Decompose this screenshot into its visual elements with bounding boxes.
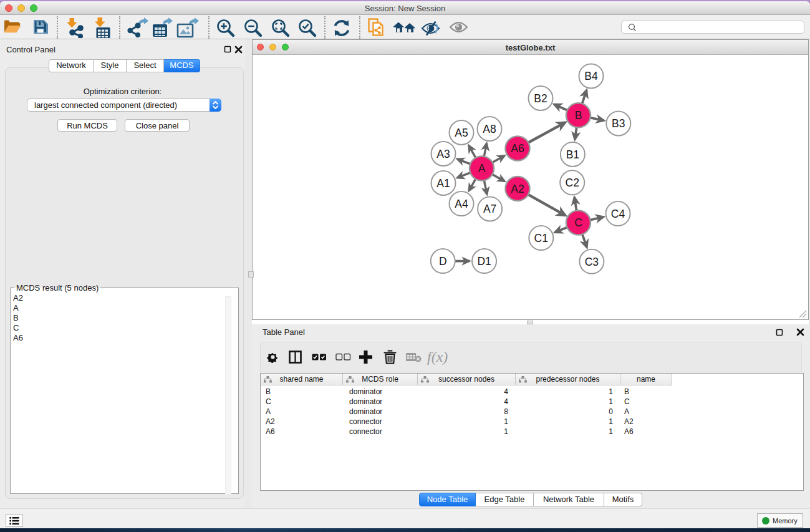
svg-text:A4: A4	[455, 198, 468, 210]
svg-text:A: A	[478, 162, 486, 175]
svg-text:A3: A3	[436, 148, 450, 160]
svg-text:C: C	[574, 216, 582, 229]
svg-text:A2: A2	[511, 183, 524, 195]
svg-text:B: B	[575, 109, 582, 122]
svg-text:A6: A6	[511, 142, 524, 155]
svg-text:B1: B1	[566, 148, 579, 161]
svg-text:C2: C2	[566, 177, 579, 189]
svg-text:C3: C3	[585, 256, 599, 268]
svg-text:B3: B3	[612, 117, 625, 130]
svg-text:A8: A8	[483, 123, 496, 135]
svg-text:C4: C4	[611, 208, 625, 220]
svg-text:D1: D1	[477, 255, 491, 268]
svg-text:A5: A5	[455, 127, 468, 139]
svg-text:A7: A7	[483, 203, 496, 215]
svg-text:C1: C1	[534, 232, 548, 244]
svg-text:D: D	[439, 255, 447, 268]
svg-text:B4: B4	[584, 70, 598, 82]
svg-text:B2: B2	[534, 92, 547, 105]
svg-text:A1: A1	[436, 177, 450, 190]
